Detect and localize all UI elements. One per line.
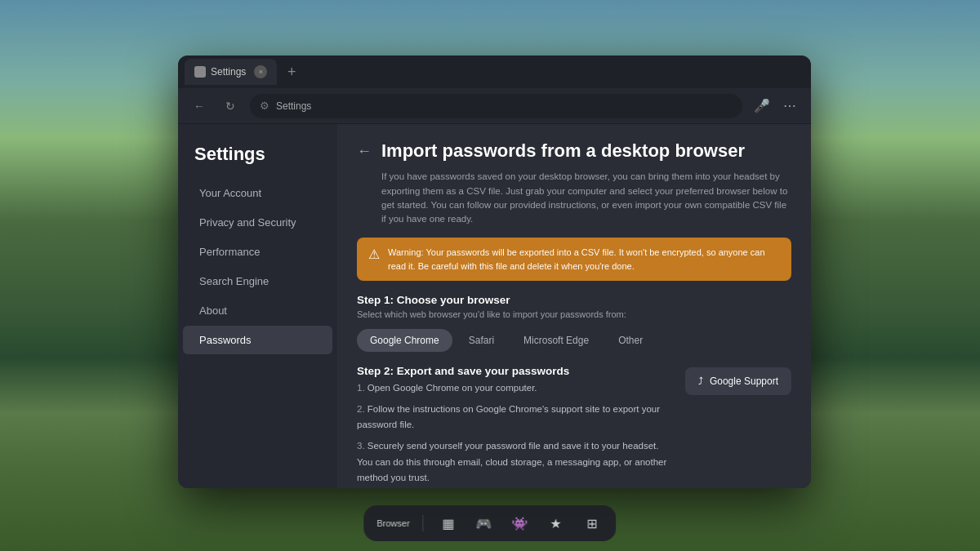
support-icon: ⤴ — [698, 375, 703, 387]
page-description: If you have passwords saved on your desk… — [381, 170, 791, 226]
tab-bar: Settings × + — [178, 56, 811, 88]
step1-subtitle: Select which web browser you'd like to i… — [357, 309, 791, 319]
warning-text: Warning: Your passwords will be exported… — [388, 246, 780, 273]
tab-close-button[interactable]: × — [254, 65, 267, 78]
url-bar[interactable]: ⚙ Settings — [250, 94, 742, 118]
warning-icon: ⚠ — [368, 247, 380, 262]
back-button[interactable]: ← — [188, 95, 211, 118]
page-header: ← Import passwords from a desktop browse… — [357, 140, 791, 162]
taskbar-icon-grid[interactable]: ▦ — [437, 512, 460, 535]
sidebar-item-about[interactable]: About — [183, 296, 332, 325]
support-label: Google Support — [710, 375, 778, 387]
url-text: Settings — [276, 100, 311, 112]
tab-chrome[interactable]: Google Chrome — [357, 329, 452, 352]
page-title: Import passwords from a desktop browser — [381, 140, 745, 162]
settings-tab[interactable]: Settings × — [185, 59, 277, 85]
step-item-2: Follow the instructions on Google Chrome… — [357, 402, 672, 433]
taskbar-label: Browser — [376, 518, 409, 528]
sidebar-item-passwords[interactable]: Passwords — [183, 326, 332, 354]
tab-safari[interactable]: Safari — [456, 329, 507, 352]
sidebar-title: Settings — [178, 137, 337, 178]
taskbar-icon-apps[interactable]: 👾 — [509, 512, 532, 535]
sidebar-item-privacy-security[interactable]: Privacy and Security — [183, 208, 332, 237]
content-back-arrow[interactable]: ← — [357, 143, 372, 160]
url-icon: ⚙ — [260, 100, 270, 112]
sidebar-item-performance[interactable]: Performance — [183, 238, 332, 266]
more-options-button[interactable]: ⋯ — [778, 95, 801, 118]
step1-section: Step 1: Choose your browser Select which… — [357, 294, 791, 352]
steps-container: Open Google Chrome on your computer. Fol… — [357, 380, 791, 488]
taskbar-icon-game[interactable]: 🎮 — [473, 512, 496, 535]
sidebar-item-search-engine[interactable]: Search Engine — [183, 267, 332, 295]
tab-other[interactable]: Other — [605, 329, 656, 352]
step-item-1: Open Google Chrome on your computer. — [357, 380, 672, 397]
address-bar: ← ↻ ⚙ Settings 🎤 ⋯ — [178, 88, 811, 124]
taskbar-icon-star[interactable]: ★ — [545, 512, 568, 535]
browser-body: Settings Your Account Privacy and Securi… — [178, 124, 811, 488]
warning-box: ⚠ Warning: Your passwords will be export… — [357, 238, 791, 281]
tab-title: Settings — [211, 66, 246, 78]
support-button-container: ⤴ Google Support — [685, 380, 791, 395]
tab-favicon — [194, 66, 206, 78]
step-list: Open Google Chrome on your computer. Fol… — [357, 380, 672, 488]
content-panel: ← Import passwords from a desktop browse… — [337, 124, 811, 488]
new-tab-button[interactable]: + — [280, 60, 303, 83]
microphone-button[interactable]: 🎤 — [751, 95, 773, 118]
address-actions: 🎤 ⋯ — [751, 95, 801, 118]
taskbar-icon-expand[interactable]: ⊞ — [581, 512, 604, 535]
taskbar: Browser ▦ 🎮 👾 ★ ⊞ — [363, 505, 616, 541]
steps-list-container: Open Google Chrome on your computer. Fol… — [357, 380, 672, 488]
step2-section: Step 2: Export and save your passwords O… — [357, 365, 791, 488]
browser-window: Settings × + ← ↻ ⚙ Settings 🎤 ⋯ — [178, 56, 811, 488]
step-item-3: Securely send yourself your password fil… — [357, 438, 672, 487]
step1-title: Step 1: Choose your browser — [357, 294, 791, 306]
tab-edge[interactable]: Microsoft Edge — [510, 329, 602, 352]
refresh-button[interactable]: ↻ — [219, 95, 242, 118]
browser-selector: Google Chrome Safari Microsoft Edge Othe… — [357, 329, 791, 352]
sidebar-item-your-account[interactable]: Your Account — [183, 179, 332, 207]
taskbar-divider — [423, 515, 424, 531]
sidebar: Settings Your Account Privacy and Securi… — [178, 124, 337, 488]
google-support-button[interactable]: ⤴ Google Support — [685, 367, 791, 395]
